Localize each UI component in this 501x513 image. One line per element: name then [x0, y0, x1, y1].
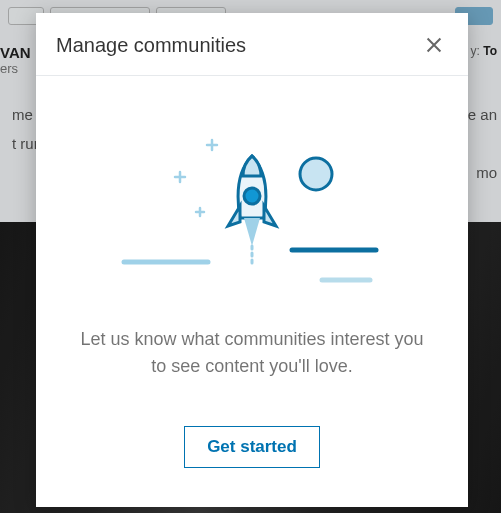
- rocket-illustration: [112, 118, 392, 298]
- modal-header: Manage communities: [36, 13, 468, 76]
- svg-point-0: [300, 158, 332, 190]
- modal-title: Manage communities: [56, 34, 246, 57]
- get-started-button[interactable]: Get started: [184, 426, 320, 468]
- manage-communities-modal: Manage communities: [36, 13, 468, 507]
- close-icon: [423, 34, 445, 56]
- svg-point-4: [244, 188, 260, 204]
- modal-description: Let us know what communities interest yo…: [66, 326, 438, 380]
- modal-body: Let us know what communities interest yo…: [36, 76, 468, 507]
- close-button[interactable]: [418, 29, 450, 61]
